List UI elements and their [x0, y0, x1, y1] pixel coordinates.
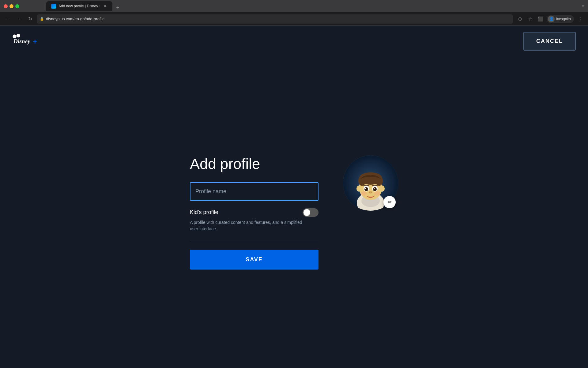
bookmark-icon[interactable]: ☆ — [526, 15, 534, 23]
svg-point-15 — [365, 188, 366, 189]
profile-name-input[interactable] — [190, 182, 318, 201]
disney-logo: Disney + — [12, 34, 40, 49]
tab-expand-icon[interactable]: ≡ — [582, 4, 584, 9]
cast-icon[interactable]: ⬡ — [515, 15, 524, 23]
form-left: Add profile Kid's profile A profile with… — [190, 155, 318, 270]
disney-logo-svg: Disney + — [12, 34, 40, 49]
kids-profile-toggle[interactable] — [303, 208, 318, 217]
browser-toolbar: ← → ↻ 🔒 disneyplus.com/en-gb/add-profile… — [0, 12, 588, 26]
active-tab[interactable]: Add new profile | Disney+ ✕ — [46, 1, 112, 11]
browser-chrome: Add new profile | Disney+ ✕ + ≡ ← → ↻ 🔒 … — [0, 0, 588, 26]
minimize-window-button[interactable] — [9, 4, 13, 8]
form-container: Add profile Kid's profile A profile with… — [190, 155, 398, 270]
edit-avatar-button[interactable]: ✏ — [383, 196, 396, 208]
avatar-container: ✏ — [343, 155, 398, 211]
tab-title: Add new profile | Disney+ — [58, 4, 100, 8]
main-content: Add profile Kid's profile A profile with… — [0, 57, 588, 368]
lock-icon: 🔒 — [40, 17, 44, 21]
svg-point-26 — [380, 186, 385, 192]
divider — [190, 242, 318, 242]
svg-point-18 — [374, 188, 376, 191]
svg-point-14 — [365, 188, 368, 191]
svg-text:+: + — [33, 38, 37, 46]
svg-point-19 — [374, 188, 375, 189]
save-button[interactable]: SAVE — [190, 250, 318, 270]
disney-header: Disney + CANCEL — [0, 26, 588, 57]
tab-close-button[interactable]: ✕ — [103, 4, 107, 9]
incognito-badge[interactable]: 👤 Incognito — [547, 15, 574, 23]
toggle-knob — [303, 209, 310, 216]
svg-point-23 — [361, 191, 367, 196]
traffic-lights — [4, 4, 19, 8]
browser-titlebar: Add new profile | Disney+ ✕ + ≡ — [0, 0, 588, 12]
svg-point-25 — [356, 186, 361, 192]
reload-button[interactable]: ↻ — [26, 15, 34, 23]
svg-text:Disney: Disney — [13, 38, 31, 44]
kids-toggle-row: Kid's profile — [190, 208, 318, 217]
new-tab-button[interactable]: + — [115, 5, 121, 11]
svg-point-24 — [374, 191, 380, 196]
kids-label: Kid's profile — [190, 209, 218, 216]
forward-button[interactable]: → — [15, 15, 23, 23]
menu-button[interactable]: ⋮ — [576, 15, 584, 23]
tab-bar: Add new profile | Disney+ ✕ + — [22, 1, 579, 11]
incognito-icon: 👤 — [548, 16, 555, 22]
back-button[interactable]: ← — [4, 15, 12, 23]
page-title: Add profile — [190, 155, 318, 172]
url-text: disneyplus.com/en-gb/add-profile — [46, 17, 510, 21]
kids-section: Kid's profile A profile with curated con… — [190, 208, 318, 232]
page-content: Disney + CANCEL Add profile Kid's profil… — [0, 26, 588, 368]
maximize-window-button[interactable] — [15, 4, 19, 8]
extension-icon[interactable]: ⬛ — [536, 15, 545, 23]
svg-point-22 — [371, 192, 372, 193]
svg-point-3 — [17, 34, 20, 37]
close-window-button[interactable] — [4, 4, 8, 8]
svg-point-2 — [13, 34, 17, 38]
address-bar[interactable]: 🔒 disneyplus.com/en-gb/add-profile — [37, 14, 513, 24]
cancel-button[interactable]: CANCEL — [523, 32, 576, 51]
toolbar-icons: ⬡ ☆ ⬛ 👤 Incognito ⋮ — [515, 15, 584, 23]
tab-favicon — [51, 4, 56, 9]
svg-point-21 — [369, 192, 370, 193]
kids-description: A profile with curated content and featu… — [190, 219, 306, 232]
incognito-label: Incognito — [556, 17, 571, 21]
pencil-icon: ✏ — [388, 199, 392, 205]
